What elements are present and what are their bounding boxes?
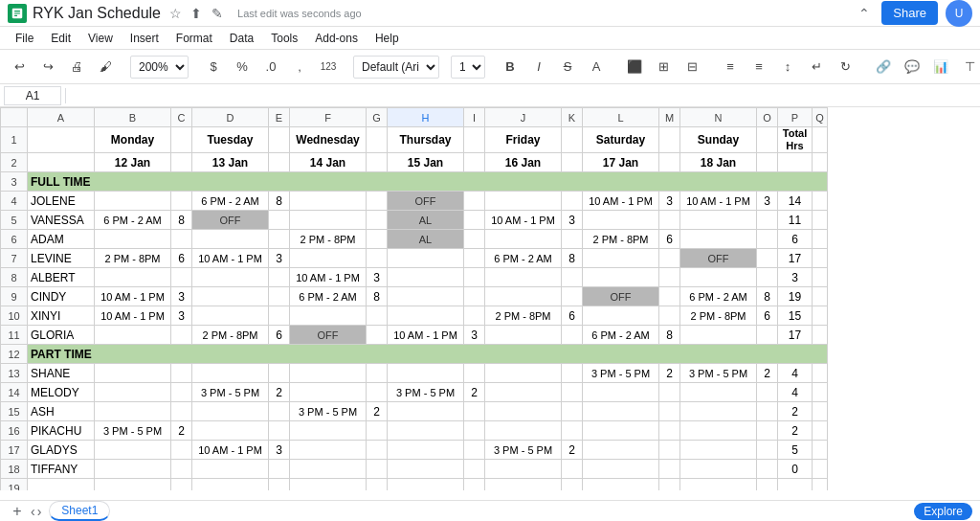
cell-i1[interactable] [464, 127, 485, 153]
cell-b5[interactable]: 6 PM - 2 AM [95, 211, 171, 230]
undo-button[interactable]: ↩ [6, 54, 33, 80]
cell-m6[interactable]: 6 [659, 230, 680, 249]
row-header-11[interactable]: 11 [1, 326, 28, 345]
cell-q9[interactable] [813, 287, 828, 306]
cell-i4[interactable] [464, 192, 485, 211]
cell-j17[interactable]: 3 PM - 5 PM [485, 441, 562, 460]
cell-l13[interactable]: 3 PM - 5 PM [583, 364, 659, 383]
cell-k15[interactable] [562, 402, 583, 421]
cell-n5[interactable] [680, 211, 757, 230]
cell-l8[interactable] [583, 268, 659, 287]
sheet-tab-sheet1[interactable]: Sheet1 [49, 501, 110, 521]
cell-b15[interactable] [95, 402, 171, 421]
cell-a8[interactable]: ALBERT [28, 268, 95, 287]
cell-e6[interactable] [269, 230, 290, 249]
row-header-18[interactable]: 18 [1, 460, 28, 479]
cell-c1[interactable] [171, 127, 192, 153]
font-size-select[interactable]: 10 [451, 56, 485, 79]
cell-c14[interactable] [171, 383, 192, 402]
comment-button[interactable]: 💬 [899, 54, 925, 80]
cell-q18[interactable] [813, 460, 828, 479]
cell-k19[interactable] [562, 479, 583, 490]
cell-i5[interactable] [464, 211, 485, 230]
cell-p7[interactable]: 17 [778, 249, 813, 268]
cell-b8[interactable] [95, 268, 171, 287]
cell-q2[interactable] [813, 153, 828, 172]
cell-e16[interactable] [269, 421, 290, 441]
cell-reference-input[interactable] [4, 86, 61, 105]
cell-n14[interactable] [680, 383, 757, 402]
menu-format[interactable]: Format [168, 30, 220, 47]
decimal-inc-button[interactable]: , [286, 54, 313, 80]
row-header-2[interactable]: 2 [1, 153, 28, 172]
cell-o13[interactable]: 2 [757, 364, 778, 383]
cell-p2[interactable] [778, 153, 813, 172]
cell-m7[interactable] [659, 249, 680, 268]
cell-m16[interactable] [659, 421, 680, 441]
menu-help[interactable]: Help [368, 30, 407, 47]
font-select[interactable]: Default (Ari... [353, 56, 439, 79]
fill-color-button[interactable]: ⬛ [621, 54, 648, 80]
cell-o8[interactable] [757, 268, 778, 287]
cell-f5[interactable] [290, 211, 367, 230]
strikethrough-button[interactable]: S [554, 54, 581, 80]
cell-c18[interactable] [171, 460, 192, 479]
align-left-button[interactable]: ≡ [717, 54, 744, 80]
cell-q19[interactable] [813, 479, 828, 490]
cell-b9[interactable]: 10 AM - 1 PM [95, 287, 171, 306]
cell-o2[interactable] [757, 153, 778, 172]
cell-g1[interactable] [367, 127, 388, 153]
cell-f19[interactable] [290, 479, 367, 490]
cell-d15[interactable] [192, 402, 269, 421]
cell-i8[interactable] [464, 268, 485, 287]
cell-k9[interactable] [562, 287, 583, 306]
cell-f8[interactable]: 10 AM - 1 PM [290, 268, 367, 287]
avatar[interactable]: U [946, 0, 972, 27]
cell-l10[interactable] [583, 306, 659, 326]
cell-q16[interactable] [813, 421, 828, 441]
sheet-nav-right[interactable]: › [37, 504, 42, 519]
cell-i18[interactable] [464, 460, 485, 479]
cell-o14[interactable] [757, 383, 778, 402]
cell-g17[interactable] [367, 441, 388, 460]
cell-j19[interactable] [485, 479, 562, 490]
cell-o10[interactable]: 6 [757, 306, 778, 326]
cell-k8[interactable] [562, 268, 583, 287]
cell-f9[interactable]: 6 PM - 2 AM [290, 287, 367, 306]
cell-i13[interactable] [464, 364, 485, 383]
cell-k13[interactable] [562, 364, 583, 383]
cell-d10[interactable] [192, 306, 269, 326]
cell-g7[interactable] [367, 249, 388, 268]
cell-q15[interactable] [813, 402, 828, 421]
cell-h6[interactable]: AL [388, 230, 464, 249]
cell-j9[interactable] [485, 287, 562, 306]
cell-q7[interactable] [813, 249, 828, 268]
cell-i10[interactable] [464, 306, 485, 326]
col-header-p[interactable]: P [778, 108, 813, 127]
cell-q11[interactable] [813, 326, 828, 345]
cell-e17[interactable]: 3 [269, 441, 290, 460]
cell-d18[interactable] [192, 460, 269, 479]
row-header-13[interactable]: 13 [1, 364, 28, 383]
cell-f6[interactable]: 2 PM - 8PM [290, 230, 367, 249]
print-button[interactable]: 🖨 [63, 54, 90, 80]
cell-n17[interactable] [680, 441, 757, 460]
col-header-b[interactable]: B [95, 108, 171, 127]
cell-j4[interactable] [485, 192, 562, 211]
cell-o18[interactable] [757, 460, 778, 479]
star-icon[interactable]: ☆ [167, 5, 184, 22]
cell-e13[interactable] [269, 364, 290, 383]
cell-n8[interactable] [680, 268, 757, 287]
cell-h7[interactable] [388, 249, 464, 268]
cell-b10[interactable]: 10 AM - 1 PM [95, 306, 171, 326]
row-header-17[interactable]: 17 [1, 441, 28, 460]
cell-m15[interactable] [659, 402, 680, 421]
cell-q4[interactable] [813, 192, 828, 211]
cell-a19[interactable] [28, 479, 95, 490]
cell-a5[interactable]: VANESSA [28, 211, 95, 230]
cell-h11[interactable]: 10 AM - 1 PM [388, 326, 464, 345]
chart-button[interactable]: 📊 [927, 54, 954, 80]
cell-d13[interactable] [192, 364, 269, 383]
cell-l5[interactable] [583, 211, 659, 230]
cell-c15[interactable] [171, 402, 192, 421]
